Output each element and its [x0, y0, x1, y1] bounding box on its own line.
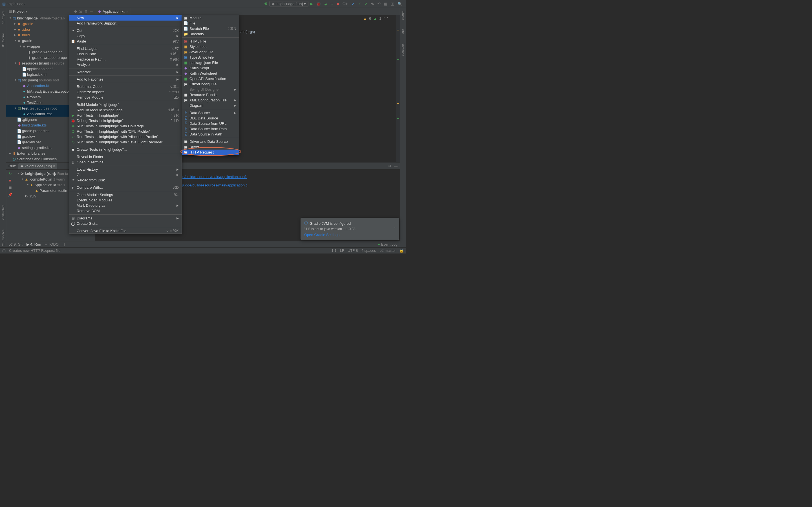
filter-icon[interactable]: ☰: [8, 185, 12, 189]
menu-remove-bom[interactable]: Remove BOM: [69, 208, 182, 214]
menu-run-cpu[interactable]: ⊙Run 'Tests in 'knightjudge'' with 'CPU …: [69, 129, 182, 134]
hide-icon[interactable]: —: [394, 164, 398, 168]
close-icon[interactable]: ×: [126, 10, 128, 13]
menu-open-terminal[interactable]: ⌷Open in Terminal: [69, 159, 182, 165]
menu-analyze[interactable]: Analyze▶: [69, 62, 182, 67]
gear-icon[interactable]: ⚙: [388, 164, 392, 168]
tool-project[interactable]: 1: Project: [1, 9, 5, 25]
rerun-icon[interactable]: ↻: [9, 171, 12, 175]
menu-create-gist[interactable]: ◯Create Gist...: [69, 221, 182, 226]
git-branch[interactable]: ⎇ master: [379, 248, 396, 252]
cursor-position[interactable]: 1:1: [332, 248, 337, 252]
git-rollback-icon[interactable]: ↶: [377, 2, 380, 6]
git-history-icon[interactable]: ⟲: [371, 2, 374, 6]
submenu-directory[interactable]: 📁Directory: [182, 31, 239, 37]
lock-icon[interactable]: 🔒: [399, 248, 404, 252]
menu-convert-kotlin[interactable]: Convert Java File to Kotlin File⌥⇧⌘K: [69, 228, 182, 233]
run-tab[interactable]: ◆ knightjudge [run] ×: [18, 163, 57, 169]
editor-minimap[interactable]: [396, 15, 400, 162]
status-icon[interactable]: ▢: [2, 248, 6, 252]
hide-icon[interactable]: —: [90, 10, 93, 13]
locate-icon[interactable]: ⊕: [74, 10, 77, 13]
stop-icon[interactable]: ■: [9, 178, 11, 182]
menu-git[interactable]: Git▶: [69, 172, 182, 177]
run-icon[interactable]: ▶: [310, 2, 313, 6]
submenu-html[interactable]: ▣HTML File: [182, 39, 239, 44]
tool-commit[interactable]: 0: Commit: [1, 31, 5, 48]
pin-icon[interactable]: 📌: [8, 192, 12, 196]
ide-settings-icon[interactable]: ▦: [384, 2, 388, 6]
notification-popup[interactable]: ⓘ Gradle JVM is configured "11" is set t…: [301, 218, 399, 240]
submenu-scratch[interactable]: 📄Scratch File⇧⌘N: [182, 26, 239, 31]
submenu-ddl[interactable]: 🗄DDL Data Source: [182, 115, 239, 121]
submenu-kotlin-worksheet[interactable]: ◆Kotlin Worksheet: [182, 71, 239, 76]
git-push-icon[interactable]: ↗: [364, 2, 368, 6]
menu-replace-in-path[interactable]: Replace in Path...⇧⌘R: [69, 57, 182, 62]
menu-build-module[interactable]: Build Module 'knightjudge': [69, 102, 182, 107]
menu-run-alloc[interactable]: ⊙Run 'Tests in 'knightjudge'' with 'Allo…: [69, 134, 182, 139]
chevron-down-icon[interactable]: ▾: [26, 9, 28, 13]
menu-new[interactable]: New▶: [69, 15, 182, 20]
submenu-file[interactable]: 📄File: [182, 20, 239, 26]
tool-favorites[interactable]: 2: Favorites: [1, 228, 5, 247]
menu-find-usages[interactable]: Find Usages⌥F7: [69, 46, 182, 51]
submenu-module[interactable]: ▣Module...: [182, 15, 239, 20]
submenu-driver[interactable]: ▣Driver: [182, 144, 239, 150]
tool-gradle[interactable]: Gradle: [402, 9, 405, 22]
tool-structure[interactable]: 7: Structure: [1, 203, 5, 222]
menu-refactor[interactable]: Refactor▶: [69, 69, 182, 75]
submenu-ds-path[interactable]: 🗄Data Source from Path: [182, 126, 239, 131]
submenu-driver-ds[interactable]: ▣Driver and Data Source: [182, 139, 239, 144]
expand-icon[interactable]: ⇲: [79, 10, 82, 13]
menu-optimize[interactable]: Optimize Imports⌃⌥O: [69, 89, 182, 95]
editor-tab[interactable]: ◆ Application.kt ×: [95, 8, 131, 15]
submenu-js[interactable]: ▣JavaScript File: [182, 49, 239, 55]
close-icon[interactable]: ×: [53, 164, 55, 168]
todo-tool[interactable]: ≡ TODO: [45, 242, 59, 246]
coverage-icon[interactable]: ⬙: [324, 2, 327, 6]
menu-find-in-path[interactable]: Find in Path...⇧⌘F: [69, 51, 182, 57]
stop-icon[interactable]: ■: [337, 2, 339, 6]
git-update-icon[interactable]: ↙: [352, 2, 355, 6]
menu-paste[interactable]: 📋Paste⌘V: [69, 39, 182, 44]
new-submenu[interactable]: ▣Module... 📄File 📄Scratch File⇧⌘N 📁Direc…: [182, 15, 239, 155]
chevron-icon[interactable]: ˄ ˅: [384, 16, 389, 20]
encoding[interactable]: UTF-8: [348, 248, 358, 252]
run-config-selector[interactable]: ◆ knightjudge [run] ▾: [269, 1, 308, 6]
run-tool[interactable]: ▶ 4: Run: [27, 242, 41, 246]
project-header-label[interactable]: Project: [13, 9, 24, 13]
inspection-widget[interactable]: ▲6 ▲1 ˄ ˅: [363, 16, 389, 20]
submenu-ds-in-path[interactable]: 🗄Data Source in Path: [182, 131, 239, 137]
menu-run-jfr[interactable]: ⊙Run 'Tests in 'knightjudge'' with 'Java…: [69, 139, 182, 145]
notification-action[interactable]: Open Gradle Settings: [304, 233, 396, 237]
tool-database[interactable]: Database: [402, 41, 405, 58]
submenu-kotlin-script[interactable]: ◆Kotlin Script: [182, 65, 239, 71]
submenu-ds-url[interactable]: 🗄Data Source from URL: [182, 121, 239, 126]
menu-copy[interactable]: Copy▶: [69, 33, 182, 39]
menu-add-framework[interactable]: Add Framework Support...: [69, 20, 182, 26]
menu-rebuild-module[interactable]: Rebuild Module 'knightjudge'⇧⌘F9: [69, 107, 182, 113]
menu-run-tests[interactable]: ▶Run 'Tests in 'knightjudge''⌃⇧R: [69, 113, 182, 118]
menu-compare[interactable]: ⇄Compare With...⌘D: [69, 185, 182, 190]
gear-icon[interactable]: ⚙: [84, 10, 87, 13]
submenu-stylesheet[interactable]: ▣Stylesheet: [182, 44, 239, 49]
search-icon[interactable]: 🔍: [398, 2, 402, 6]
tool-ant[interactable]: Ant: [402, 27, 405, 36]
git-tool[interactable]: ⎇ 9: Git: [8, 242, 22, 246]
menu-reveal[interactable]: Reveal in Finder: [69, 154, 182, 159]
submenu-xml-config[interactable]: ▣XML Configuration File▶: [182, 98, 239, 103]
menu-favorites[interactable]: Add to Favorites▶: [69, 76, 182, 82]
git-commit-icon[interactable]: ✓: [358, 2, 361, 6]
menu-diagrams[interactable]: ⊞Diagrams▶: [69, 216, 182, 221]
menu-create-tests[interactable]: ◆Create 'Tests in 'knightjudge''...: [69, 147, 182, 152]
menu-local-history[interactable]: Local History▶: [69, 167, 182, 172]
submenu-resource-bundle[interactable]: ▣Resource Bundle: [182, 92, 239, 98]
indent[interactable]: 4 spaces: [361, 248, 376, 252]
menu-mark-directory[interactable]: Mark Directory as▶: [69, 203, 182, 208]
menu-cut[interactable]: ✂Cut⌘X: [69, 28, 182, 33]
menu-debug-tests[interactable]: 🐞Debug 'Tests in 'knightjudge''⌃⇧D: [69, 118, 182, 123]
menu-run-coverage[interactable]: ⬙Run 'Tests in 'knightjudge'' with Cover…: [69, 123, 182, 129]
event-log[interactable]: ● Event Log: [378, 242, 398, 246]
submenu-package-json[interactable]: ▣package.json File: [182, 60, 239, 65]
chevron-down-icon[interactable]: ⌄: [393, 225, 396, 229]
